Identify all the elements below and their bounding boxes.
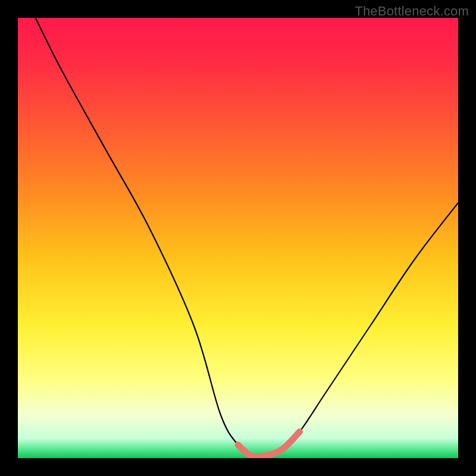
bottleneck-curve <box>36 18 458 457</box>
curve-layer <box>18 18 458 458</box>
chart-frame <box>18 18 458 458</box>
watermark-text: TheBottleneck.com <box>355 4 469 19</box>
optimal-region-highlight <box>238 432 300 458</box>
